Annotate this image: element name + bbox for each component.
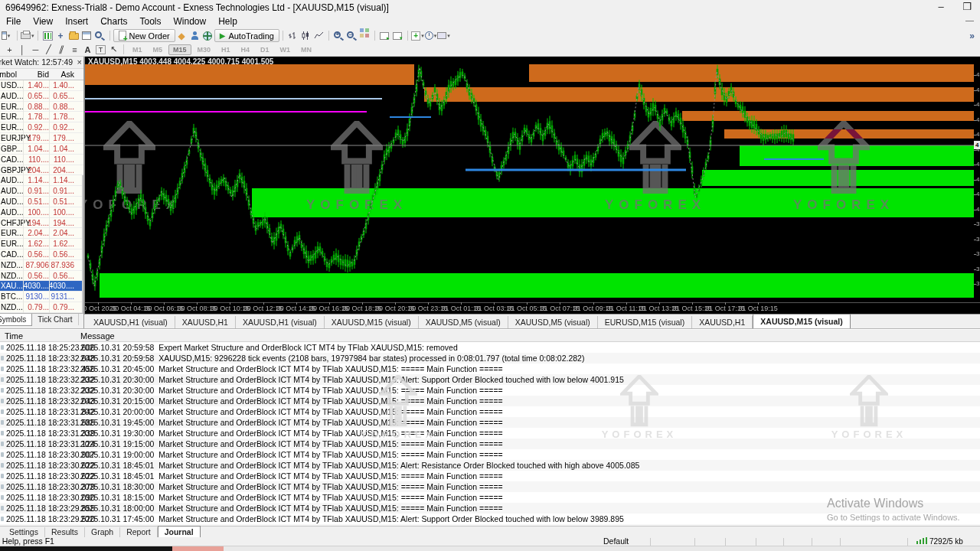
market-watch-tab-symbols[interactable]: Symbols	[0, 314, 32, 326]
market-watch-window-icon[interactable]	[80, 29, 93, 42]
terminal-tab-results[interactable]: Results	[45, 527, 85, 537]
journal-row[interactable]: 2025.11.18 18:23:30.6222025.10.31 18:45:…	[0, 471, 980, 481]
expert-advisors-icon[interactable]: ◆	[175, 29, 188, 42]
message-column-header[interactable]: Message	[80, 331, 115, 341]
market-watch-row[interactable]: BTC...9130...9131...	[0, 292, 84, 302]
timeframe-MN[interactable]: MN	[296, 44, 316, 55]
chart-tab[interactable]: XAUUSD,M5 (visual)	[508, 316, 598, 328]
symbol-column-header[interactable]: Symbol	[0, 69, 17, 80]
market-watch-row[interactable]: CAD...110....110....	[0, 155, 84, 165]
arrows-tool[interactable]: ↖	[107, 44, 120, 54]
profiles-folder-icon[interactable]	[67, 29, 80, 42]
menu-tools[interactable]: Tools	[134, 15, 168, 28]
chart-tab[interactable]: XAUUSD,H1 (visual)	[87, 316, 175, 328]
autotrading-button[interactable]: ▶ AutoTrading	[214, 29, 279, 42]
market-watch-row[interactable]: EUR...0.92...0.92...	[0, 122, 84, 133]
menu-file[interactable]: File	[0, 15, 27, 28]
new-chart-icon[interactable]	[41, 29, 54, 42]
menu-charts[interactable]: Charts	[94, 15, 133, 28]
journal-row[interactable]: 2025.11.18 18:23:32.6482025.10.31 20:59:…	[0, 353, 980, 364]
menu-window[interactable]: Window	[168, 15, 213, 28]
journal-row[interactable]: 2025.11.18 18:23:30.6222025.10.31 18:45:…	[0, 460, 980, 471]
market-watch-scrollbar[interactable]	[82, 175, 83, 313]
journal-row[interactable]: 2025.11.18 18:23:31.8422025.10.31 20:00:…	[0, 406, 980, 417]
print-icon[interactable]: ▾	[21, 29, 34, 42]
templates-button[interactable]: ▾	[437, 29, 450, 42]
periods-button[interactable]: ▾	[424, 29, 437, 42]
market-watch-row[interactable]: NZD...87.90687.936	[0, 260, 84, 271]
journal-row[interactable]: 2025.11.18 18:23:32.4562025.10.31 20:45:…	[0, 364, 980, 374]
bar-chart-icon[interactable]	[286, 29, 299, 42]
market-watch-row[interactable]: AUD...0.51...0.51...	[0, 197, 84, 207]
journal-row[interactable]: 2025.11.18 18:23:30.3792025.10.31 18:30:…	[0, 481, 980, 492]
chart-tab[interactable]: XAUUSD,M15 (visual)	[325, 316, 419, 328]
market-watch-row[interactable]: USD...1.40...1.40...	[0, 80, 84, 91]
crosshair-icon[interactable]: +	[54, 29, 67, 42]
channel-tool[interactable]: ∥	[54, 44, 70, 54]
timeframe-H4[interactable]: H4	[237, 44, 255, 55]
journal-row[interactable]: 2025.11.18 18:23:32.0432025.10.31 20:15:…	[0, 396, 980, 406]
candlestick-chart-icon[interactable]	[299, 29, 312, 42]
timeframe-M30[interactable]: M30	[193, 44, 216, 55]
chart-tab[interactable]: XAUUSD,M15 (visual)	[753, 314, 850, 328]
indicators-button[interactable]: +▾	[411, 29, 424, 42]
journal-row[interactable]: 2025.11.18 18:23:30.9072025.10.31 19:00:…	[0, 449, 980, 460]
tile-windows-icon[interactable]	[358, 29, 371, 42]
fibonacci-tool[interactable]: ≡	[68, 45, 81, 54]
tile-horizontal-icon[interactable]	[391, 29, 404, 42]
chart-profile-icon[interactable]: ▾	[1, 29, 14, 42]
market-watch-row[interactable]: EUR...1.78...1.78...	[0, 112, 84, 122]
market-watch-row[interactable]: CAD...0.56...0.56...	[0, 249, 84, 260]
journal-row[interactable]: 2025.11.18 18:23:31.3392025.10.31 19:30:…	[0, 428, 980, 439]
mdi-minimize-icon[interactable]: —	[965, 15, 974, 24]
market-watch-row[interactable]: AUD...100....100....	[0, 207, 84, 218]
chart-preview-icon[interactable]	[93, 29, 106, 42]
market-watch-row[interactable]: EUR...0.88...0.88...	[0, 102, 84, 112]
chart-tab[interactable]: XAUUSD,H1 (visual)	[236, 316, 325, 328]
terminal-tab-graph[interactable]: Graph	[85, 527, 120, 537]
text-tool[interactable]: A	[81, 45, 94, 54]
minimize-button[interactable]: –	[929, 1, 952, 15]
chart-tab[interactable]: XAUUSD,H1	[692, 316, 753, 328]
timeframe-M5[interactable]: M5	[149, 44, 168, 55]
market-watch-row[interactable]: AUD...1.14...1.14...	[0, 175, 84, 186]
chart-tab[interactable]: EURUSD,M15 (visual)	[598, 316, 692, 328]
market-watch-row[interactable]: AUD...0.91...0.91...	[0, 186, 84, 197]
line-chart-icon[interactable]	[312, 29, 325, 42]
menu-insert[interactable]: Insert	[59, 15, 94, 28]
zoom-out-icon[interactable]: –	[345, 29, 358, 42]
time-column-header[interactable]: Time	[5, 331, 23, 341]
timeframe-M1[interactable]: M1	[128, 44, 147, 55]
label-tool[interactable]: T	[96, 45, 106, 54]
journal-row[interactable]: 2025.11.18 18:23:32.2322025.10.31 20:30:…	[0, 374, 980, 385]
market-watch-tab-tick-chart[interactable]: Tick Chart	[32, 314, 78, 325]
timeframe-M15[interactable]: M15	[168, 44, 191, 55]
journal-row[interactable]: 2025.11.18 18:23:31.5852025.10.31 19:45:…	[0, 417, 980, 428]
menu-view[interactable]: View	[27, 15, 59, 28]
market-watch-row[interactable]: GBPJPY204....204....	[0, 165, 84, 176]
timeframe-W1[interactable]: W1	[276, 44, 296, 55]
timeframe-D1[interactable]: D1	[256, 44, 274, 55]
horizontal-line-tool[interactable]: ─	[29, 45, 42, 54]
status-profile[interactable]: Default	[603, 537, 629, 546]
journal-row[interactable]: 2025.11.18 18:23:31.1242025.10.31 19:15:…	[0, 439, 980, 449]
timeframe-H1[interactable]: H1	[217, 44, 235, 55]
chart-window[interactable]: YOFOREX YOFOREX YOFOREX YOFOREX XAUUSD,M…	[84, 57, 980, 314]
chart-tab[interactable]: XAUUSD,H1	[175, 316, 236, 328]
market-watch-row[interactable]: EUR...2.04...2.04...	[0, 228, 84, 239]
market-watch-row[interactable]: EUR...1.62...1.62...	[0, 239, 84, 249]
ask-column-header[interactable]: Ask	[49, 69, 74, 80]
market-watch-row[interactable]: XAU...4030....4030....	[0, 281, 84, 292]
menu-help[interactable]: Help	[212, 15, 243, 28]
toolbar-overflow-icon[interactable]: »	[965, 29, 978, 42]
market-watch-row[interactable]: EURJPY179....179....	[0, 133, 84, 144]
maximize-button[interactable]: ❒	[956, 1, 978, 15]
bid-column-header[interactable]: Bid	[21, 69, 49, 80]
terminal-tab-settings[interactable]: Settings	[3, 527, 45, 537]
zoom-in-icon[interactable]: +	[332, 29, 345, 42]
market-watch-row[interactable]: CHFJPY194....194....	[0, 218, 84, 229]
account-icon[interactable]	[188, 29, 201, 42]
market-watch-row[interactable]: NZD...0.56...0.56...	[0, 271, 84, 282]
cascade-windows-icon[interactable]	[378, 29, 391, 42]
journal-row[interactable]: 2025.11.18 18:25:23.6062025.10.31 20:59:…	[0, 342, 980, 353]
